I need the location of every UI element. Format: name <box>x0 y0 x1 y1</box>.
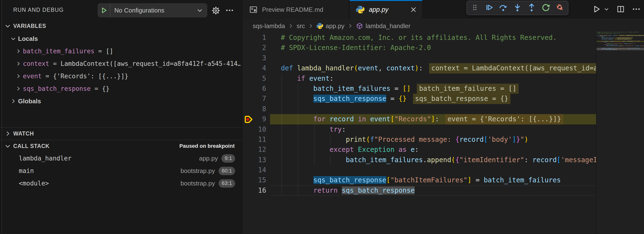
variable-row-sqs_batch_response[interactable]: sqs_batch_response = {} <box>0 82 242 95</box>
breadcrumbs: sqs-lambdasrcapp.pylambda_handler <box>243 19 644 33</box>
indent-guide <box>282 165 282 175</box>
code-line-5[interactable]: 5 if event: <box>243 74 596 84</box>
chevron-right-icon <box>4 130 11 137</box>
stack-frame-row[interactable]: <module>bootstrap.py63:1 <box>0 177 242 190</box>
code-line-7[interactable]: 7 sqs_batch_response = {}sqs_batch_respo… <box>243 94 596 104</box>
indent-guide <box>298 165 298 175</box>
code-line-13[interactable]: 13 batch_item_failures.append({"itemIden… <box>243 155 596 165</box>
variable-name: context <box>23 60 49 67</box>
tab-app-py[interactable]: app.py <box>350 0 423 19</box>
chevron-right-icon <box>16 48 21 54</box>
code-text: except Exception as e: <box>281 145 419 155</box>
scope-row-locals[interactable]: Locals <box>0 32 242 45</box>
run-dropdown-chevron-icon[interactable] <box>604 6 609 13</box>
line-number: 8 <box>243 104 266 114</box>
code-line-11[interactable]: 11 print(f"Processed message: {record['b… <box>243 134 596 145</box>
step-over-button[interactable] <box>497 2 510 14</box>
gear-icon[interactable] <box>211 6 220 15</box>
debug-inline-value: event = {'Records': [{...}]} <box>445 114 563 124</box>
line-number: 14 <box>243 165 266 175</box>
debug-inline-value: sqs_batch_response = {} <box>413 94 511 104</box>
panel-more-icon[interactable] <box>225 6 234 15</box>
code-text: for record in event["Records"]:event = {… <box>281 114 564 124</box>
debug-inline-value: batch_item_failures = [] <box>417 84 518 94</box>
split-editor-icon[interactable] <box>616 5 625 14</box>
call-stack-section-label: CALL STACK <box>13 143 50 149</box>
scope-label: Locals <box>18 35 38 42</box>
stack-frame-row[interactable]: lambda_handlerapp.py9:1 <box>0 152 242 165</box>
minimap[interactable]: # Copyright Amazon.com, Inc. or its affi… <box>596 32 644 234</box>
debug-continue-icon <box>485 3 493 13</box>
debug-config-dropdown[interactable]: No Configurations <box>98 3 207 17</box>
step-out-button[interactable] <box>525 2 538 14</box>
editor-actions <box>592 0 641 19</box>
code-line-2[interactable]: 2# SPDX-License-Identifier: Apache-2.0 <box>243 43 596 53</box>
variable-name: event <box>23 73 42 80</box>
breadcrumb-item-sqs-lambda[interactable]: sqs-lambda <box>253 22 285 30</box>
code-text: try: <box>281 124 346 134</box>
tab-preview-readme[interactable]: Preview README.md <box>243 0 349 19</box>
variable-row-batch_item_failures[interactable]: batch_item_failures = [] <box>0 45 242 57</box>
debug-toolbar <box>466 1 568 15</box>
variable-row-event[interactable]: event = {'Records': [{...}]} <box>0 70 242 82</box>
active-tab-accent <box>350 0 422 1</box>
debug-step-into-icon <box>513 3 522 13</box>
paused-on-breakpoint-status: Paused on breakpoint <box>179 143 235 149</box>
drag-handle[interactable] <box>468 2 481 14</box>
code-text: if event: <box>281 74 334 84</box>
code-line-1[interactable]: 1# Copyright Amazon.com, Inc. or its aff… <box>243 33 596 43</box>
line-number: 5 <box>243 74 266 84</box>
chevron-right-icon <box>16 61 21 67</box>
line-number: 10 <box>243 124 266 134</box>
breadcrumb-separator-icon <box>308 23 314 29</box>
breadcrumb-separator-icon <box>347 23 353 29</box>
chevron-down-icon <box>4 23 11 29</box>
code-text: sqs_batch_response["batchItemFailures"] … <box>281 175 561 185</box>
variable-row-context[interactable]: context = LambdaContext([aws_request_id=… <box>0 57 242 70</box>
disconnect-button[interactable] <box>554 2 566 14</box>
code-line-16[interactable]: 16 return sqs_batch_response <box>243 185 596 196</box>
section-header-variables[interactable]: VARIABLES <box>0 20 242 32</box>
variable-value: LambdaContext([aws_request_id=a8fa412f-a… <box>61 60 241 67</box>
code-line-10[interactable]: 10 try: <box>243 124 596 134</box>
line-number: 16 <box>243 185 266 196</box>
frame-file-name: bootstrap.py <box>180 180 215 187</box>
editor-tab-bar: Preview README.md app.py <box>243 0 644 19</box>
run-python-file-button[interactable] <box>592 4 601 15</box>
line-number: 6 <box>243 84 266 94</box>
chevron-down-icon <box>4 143 11 149</box>
editor-group: Preview README.md app.py sqs-lambdasrcap… <box>243 0 644 234</box>
scope-row-globals[interactable]: Globals <box>0 95 242 107</box>
restart-button[interactable] <box>540 2 552 14</box>
breadcrumb-item-lambda_handler[interactable]: lambda_handler <box>356 22 410 30</box>
chevron-right-icon <box>16 73 21 79</box>
code-line-12[interactable]: 12 except Exception as e: <box>243 145 596 155</box>
code-editor[interactable]: 1# Copyright Amazon.com, Inc. or its aff… <box>243 33 596 234</box>
dropdown-separator <box>110 3 110 17</box>
line-number: 2 <box>243 43 266 53</box>
stack-frame-row[interactable]: mainbootstrap.py60:1 <box>0 165 242 177</box>
code-line-8[interactable]: 8 <box>243 104 596 114</box>
code-line-4[interactable]: 4def lambda_handler(event, context):cont… <box>243 63 596 73</box>
line-number: 4 <box>243 63 266 73</box>
breadcrumb-item-app.py[interactable]: app.py <box>316 22 344 30</box>
frame-line-column-badge: 60:1 <box>218 167 235 175</box>
code-line-9[interactable]: 9 for record in event["Records"]:event =… <box>243 114 596 124</box>
code-line-14[interactable]: 14 <box>243 165 596 175</box>
code-line-6[interactable]: 6 batch_item_failures = []batch_item_fai… <box>243 84 596 94</box>
line-number: 12 <box>243 145 266 155</box>
gripper-icon <box>471 3 478 12</box>
section-header-call-stack[interactable]: CALL STACK Paused on breakpoint <box>0 140 242 152</box>
line-number: 9 <box>243 114 266 124</box>
continue-button[interactable] <box>483 2 495 14</box>
debug-config-label: No Configurations <box>114 7 196 14</box>
editor-more-icon[interactable] <box>632 5 641 14</box>
code-line-15[interactable]: 15 sqs_batch_response["batchItemFailures… <box>243 175 596 185</box>
step-into-button[interactable] <box>511 2 524 14</box>
close-icon[interactable] <box>410 6 417 13</box>
section-header-watch[interactable]: WATCH <box>0 127 242 140</box>
debug-disconnect-icon <box>556 3 564 13</box>
code-line-3[interactable]: 3 <box>243 53 596 63</box>
start-debug-icon[interactable] <box>98 7 110 14</box>
breadcrumb-item-src[interactable]: src <box>296 22 305 30</box>
